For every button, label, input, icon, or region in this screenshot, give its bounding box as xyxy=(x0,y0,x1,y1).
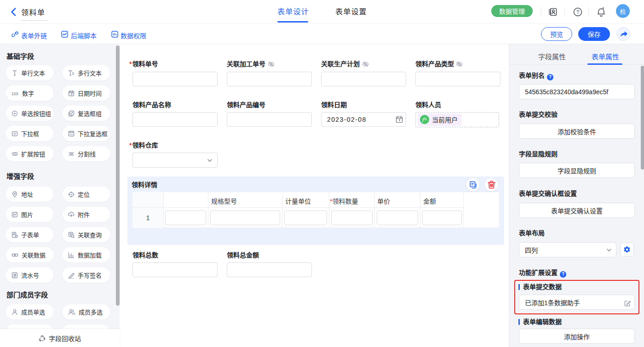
svg-text:?: ? xyxy=(576,9,579,15)
svg-text:123: 123 xyxy=(12,91,18,96)
